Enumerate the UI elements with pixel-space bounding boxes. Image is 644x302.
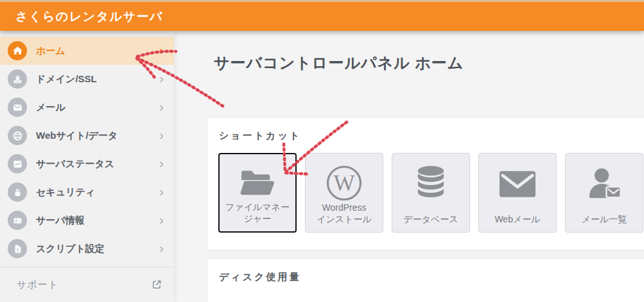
script-file-icon [8,239,27,258]
sidebar-item-label: ドメイン/SSL [36,73,97,85]
card-wordpress-install[interactable]: W WordPressインストール [305,153,383,233]
chevron-right-icon: › [159,184,164,198]
support-label: サポート [17,279,58,291]
sidebar-item-server-info[interactable]: サーバ情報 › [0,206,174,235]
sidebar-item-website-data[interactable]: Webサイト/データ › [0,121,174,150]
card-mail-list[interactable]: メール一覧 [565,153,643,233]
card-label: WordPressインストール [317,202,372,225]
globe-icon [8,126,27,145]
lock-icon [8,182,27,202]
main-content: サーバコントロールパネル ホーム ショートカット ファイルマネージャー W [174,31,644,302]
shortcuts-panel: ショートカット ファイルマネージャー W Word [207,117,644,251]
server-icon [8,211,27,230]
chevron-right-icon: › [159,241,164,254]
domain-ssl-icon [8,69,27,89]
disk-usage-panel: ディスク使用量 [207,258,644,302]
card-database[interactable]: データベース [392,153,470,233]
disk-usage-title: ディスク使用量 [207,259,644,283]
mail-icon [8,98,27,117]
home-icon [8,41,27,60]
brand-title: さくらのレンタルサーバ [0,8,163,25]
chevron-right-icon: › [159,100,164,113]
sidebar-item-label: ホーム [36,45,65,57]
file-manager-icon [239,164,276,202]
card-file-manager[interactable]: ファイルマネージャー [218,153,297,233]
sidebar-item-script-settings[interactable]: スクリプト設定 › [0,235,174,263]
sidebar-item-label: サーバ情報 [36,215,85,227]
sidebar-item-support[interactable]: サポート [0,267,174,302]
sidebar-item-label: メール [36,102,65,114]
sidebar-item-label: Webサイト/データ [36,130,117,142]
svg-text:W: W [333,171,354,196]
card-label: データベース [403,214,458,226]
sidebar-item-label: スクリプト設定 [36,243,105,255]
chevron-right-icon: › [159,128,164,141]
sidebar-item-server-status[interactable]: サーバステータス › [0,150,174,178]
shortcut-cards: ファイルマネージャー W WordPressインストール [207,153,644,233]
sidebar-item-security[interactable]: セキュリティ › [0,178,174,206]
card-label: メール一覧 [582,214,627,226]
page-title: サーバコントロールパネル ホーム [214,53,644,73]
chart-icon [8,154,27,173]
sidebar-item-label: サーバステータス [36,158,114,170]
sidebar-item-home[interactable]: ホーム › [0,37,174,65]
card-label: ファイルマネージャー [225,202,290,224]
sidebar-item-domain-ssl[interactable]: ドメイン/SSL › [0,65,174,93]
database-icon [416,163,446,204]
card-label: Webメール [494,214,540,226]
chevron-right-icon: › [159,71,164,85]
sidebar: ホーム › ドメイン/SSL › メール › [0,31,174,302]
sidebar-item-label: セキュリティ [36,186,95,199]
shortcuts-title: ショートカット [207,118,644,142]
app-header: さくらのレンタルサーバ [0,0,644,31]
sidebar-item-mail[interactable]: メール › [0,93,174,121]
webmail-icon [500,163,535,204]
chevron-right-icon: › [159,43,164,57]
wordpress-icon: W [326,163,363,202]
card-webmail[interactable]: Webメール [478,153,557,233]
mail-list-icon [587,163,622,204]
chevron-right-icon: › [159,213,164,226]
chevron-right-icon: › [159,156,164,170]
external-link-icon [151,279,162,290]
